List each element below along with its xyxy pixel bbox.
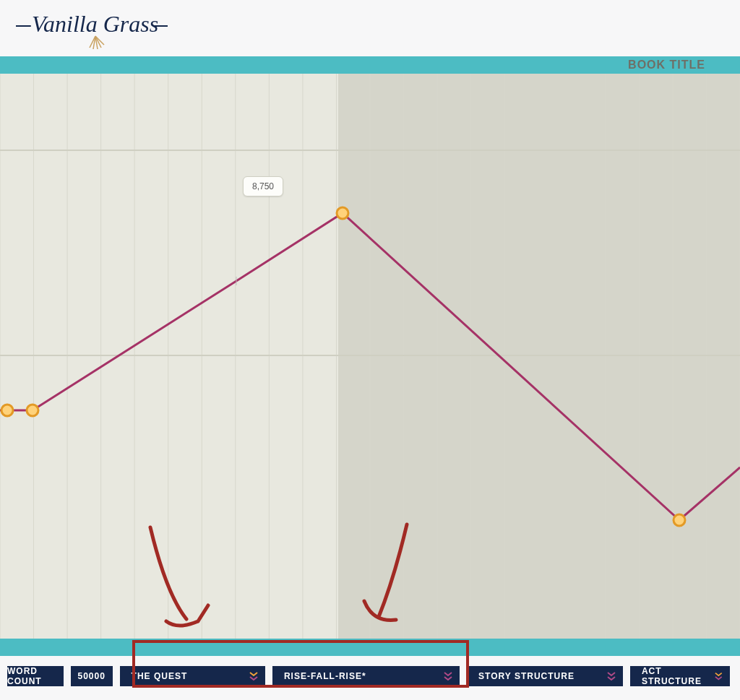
word-count-label: WORD COUNT	[7, 666, 64, 686]
brand-logo: Vanilla Grass	[0, 0, 740, 56]
controls-bar: WORD COUNT 50000 THE QUEST RISE-FALL-RIS…	[0, 656, 740, 696]
chevron-down-icon	[444, 671, 452, 681]
plot-type-label: THE QUEST	[132, 671, 188, 681]
divider-strip	[0, 639, 740, 656]
marker-m2[interactable]	[27, 405, 38, 416]
chevron-down-icon	[249, 671, 258, 681]
story-structure-label: STORY STRUCTURE	[478, 671, 575, 681]
story-shape-select[interactable]: RISE-FALL-RISE*	[272, 666, 460, 686]
chevron-down-icon	[715, 671, 723, 681]
word-count-tooltip: 8,750	[243, 176, 283, 196]
marker-start[interactable]	[1, 405, 13, 416]
marker-peak[interactable]	[337, 207, 348, 219]
plot-type-select[interactable]: THE QUEST	[120, 666, 265, 686]
title-bar: BOOK TITLE	[0, 56, 740, 74]
story-structure-select[interactable]: STORY STRUCTURE	[467, 666, 623, 686]
chart-svg	[0, 74, 740, 639]
marker-trough[interactable]	[674, 514, 685, 526]
chart-panel: 8,750	[0, 74, 740, 639]
word-count-input[interactable]: 50000	[71, 666, 113, 686]
chevron-down-icon	[607, 671, 616, 681]
svg-text:Vanilla Grass: Vanilla Grass	[32, 11, 158, 37]
book-title-label: BOOK TITLE	[628, 59, 705, 71]
tooltip-value: 8,750	[252, 181, 274, 191]
brand-logo-svg: Vanilla Grass	[16, 6, 168, 51]
hint-arrow-left	[150, 527, 208, 626]
story-shape-label: RISE-FALL-RISE*	[284, 671, 366, 681]
act-structure-select[interactable]: ACT STRUCTURE	[630, 666, 730, 686]
act-structure-label: ACT STRUCTURE	[642, 666, 715, 686]
